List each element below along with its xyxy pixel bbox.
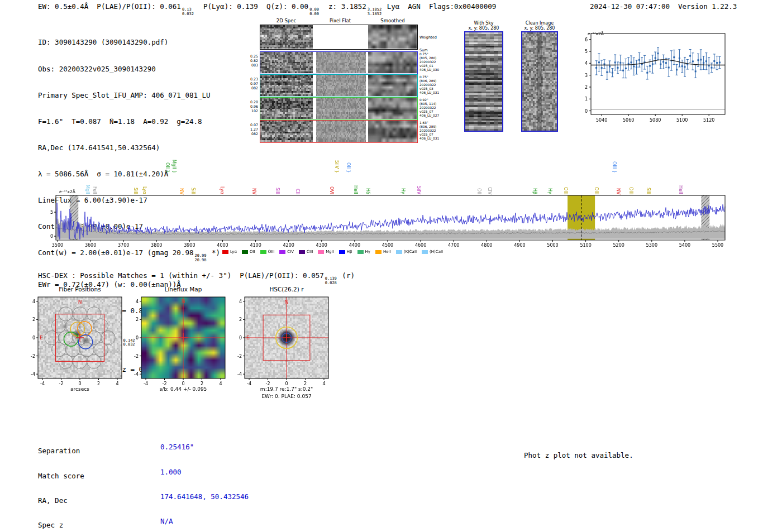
emission-line-label: FeII (92, 186, 97, 194)
spec2d-annotation-line: 20200322 (419, 83, 439, 87)
line-fit-plot-canvas (570, 28, 732, 126)
z-lo: 3.1852 (368, 12, 382, 17)
match-label-score: Match score (38, 472, 101, 481)
info-line-seeing: F=1.6" T=0.087 N̄=1.18 A=0.92 g=24.8 (38, 117, 220, 126)
spec2d-fiber-row (260, 120, 418, 143)
legend-swatch (375, 250, 382, 254)
emission-line-label: Hγ (547, 188, 552, 194)
emission-line-label: SiII (190, 188, 196, 194)
clean-subtitle: x, y: 805, 280 (519, 26, 560, 31)
legend-swatch (242, 250, 248, 254)
emission-line-label: SiIV } (334, 160, 339, 173)
spec2d-weight-value: 082 (245, 86, 258, 90)
legend-swatch (299, 250, 305, 254)
spec2d-weight-value: 102 (245, 109, 258, 113)
legend-label: OIII (268, 250, 275, 254)
weighted-2d-spec-image (260, 25, 313, 49)
legend-item: (H)CaII (422, 250, 443, 254)
spec2d-weight-value: 0.25 (245, 54, 258, 59)
spec2d-weight-value: 082 (245, 132, 258, 136)
fiber-pixel-flat-image (316, 75, 366, 96)
spec2d-annotation-line: (806, 289) (419, 125, 439, 129)
spec2d-annotation-line: (805, 280) (419, 56, 439, 60)
spec2d-row-annotations: 1.63"(806, 289)20200322v025_07406_LU_031 (419, 121, 439, 141)
info-line-obs: Obs: 20200322v025_3090143290 (38, 65, 220, 74)
emission-line-label: MgII } (171, 160, 177, 173)
fiber-smoothed-image (368, 75, 417, 96)
hsc-cutout-xlabel: m:19.7 re:1.7" s:0.2" (245, 386, 328, 392)
legend-swatch (279, 250, 285, 254)
summary-header: EW: 0.5±0.4Å P(LAE)/P(OII): 0.0610.130.0… (38, 2, 496, 17)
spec2d-weight-value: 0.96 (245, 104, 258, 109)
spec2d-row-weights: 0.071.27082 (245, 123, 258, 136)
qz-lo: 0.00 (309, 12, 319, 17)
fiber-smoothed-image (368, 52, 417, 73)
spec2d-weight-value: 1.27 (245, 127, 258, 132)
legend-item: CIV (279, 250, 294, 254)
photz-note: Phot z plot not available. (524, 451, 633, 460)
spec2d-weight-value: 0.82 (245, 59, 258, 63)
spec2d-weighted-row (260, 25, 418, 50)
legend-swatch (339, 250, 345, 254)
fiber-pixel-flat-image (316, 121, 366, 142)
legend-item: OII (242, 250, 255, 254)
hsc-plae-lo: 0.028 (325, 281, 337, 286)
match-value-specz: N/A (160, 517, 249, 526)
gmag-stack: 20.9920.98 (194, 254, 206, 263)
hsc-dex-text: HSC-DEX : Possible Matches = 1 (within +… (38, 271, 324, 280)
spec2d-col-title-1: 2D Spec (260, 18, 313, 23)
plae-lo: 0.032 (182, 12, 194, 17)
fiber-2d-spec-image (260, 75, 313, 96)
inset-ylabel: e⁻¹⁷x2Å (588, 31, 604, 36)
emission-line-label: Hδ (365, 188, 370, 194)
clean-title: Clean Image (519, 21, 560, 26)
emission-line-label: Lyα (142, 186, 147, 194)
spec2d-annotation-line: (806, 289) (419, 79, 439, 83)
spec2d-col-title-3: Smoothed (367, 18, 418, 23)
emission-line-labels: MgIIFeIISiIILyαOII }MgII }NVSiIILyαNVSiI… (0, 151, 782, 194)
legend-item: Lyα (222, 250, 237, 254)
spec2d-annotation-line: v025_07 (419, 133, 439, 137)
legend-item: HeII (375, 250, 391, 254)
spec2d-annotation-line: 20200322 (419, 60, 439, 64)
fiber-smoothed-image (368, 121, 417, 142)
hsc-cutout-title: HSC(26.2) r (245, 286, 328, 293)
full-spectrum-canvas (0, 189, 782, 251)
plae-stack: 0.130.032 (182, 8, 194, 17)
spectrum-legend: LyαOIIOIIICIVCIIIMgIIHβHγHeII(K)CaII(H)C… (222, 250, 443, 254)
spec2d-row-annotations: 0.75"(805, 280)20200322v025_01406_LU_030 (419, 52, 439, 72)
emission-line-label: NV (251, 188, 256, 194)
spec2d-weight-value: 0.20 (245, 100, 258, 104)
elixer-report-page: EW: 0.5±0.4Å P(LAE)/P(OII): 0.0610.130.0… (0, 0, 782, 532)
emission-line-label: CIV (487, 187, 492, 194)
spec2d-fiber-row (260, 97, 418, 120)
match-label-specz: Spec z (38, 521, 101, 530)
fiber-2d-spec-image (260, 98, 313, 119)
legend-item: CIII (299, 250, 313, 254)
hsc-plae-stack: 0.1390.028 (325, 277, 337, 286)
summary-plya-qz: P(Lyα): 0.139 Q(z): 0.00 (195, 2, 308, 11)
legend-label: CIII (307, 250, 313, 254)
summary-ew: EW: 0.5±0.4Å P(LAE)/P(OII): 0.061 (38, 2, 181, 11)
legend-swatch (396, 250, 402, 254)
spec2d-fiber-row (260, 51, 418, 74)
spec2d-row-annotations: 0.92"(805, 114)20200322v025_07406_LU_027 (419, 98, 439, 118)
legend-label: Lyα (230, 250, 237, 254)
spec2d-weight-value: 0.23 (245, 77, 258, 82)
spec2d-weight-value: 083 (245, 63, 258, 68)
legend-item: Hβ (339, 250, 352, 254)
emission-line-label: CII (295, 189, 300, 194)
spec2d-annotation-line: 406_LU_031 (419, 91, 439, 95)
legend-item: MgII (318, 250, 334, 254)
z-stack: 3.18523.1852 (368, 8, 382, 17)
legend-label: MgII (326, 250, 334, 254)
qz-stack: 0.000.00 (309, 8, 319, 17)
spec2d-annotation-line: v025_07 (419, 110, 439, 114)
legend-label: Hβ (347, 250, 352, 254)
hsc-cutout-canvas (227, 294, 336, 393)
withsky-subtitle: x, y: 805, 280 (464, 26, 504, 31)
legend-swatch (318, 250, 324, 254)
legend-item: Hγ (357, 250, 370, 254)
spec2d-annotation-line: 0.75" (419, 52, 439, 56)
legend-item: OIII (260, 250, 275, 254)
